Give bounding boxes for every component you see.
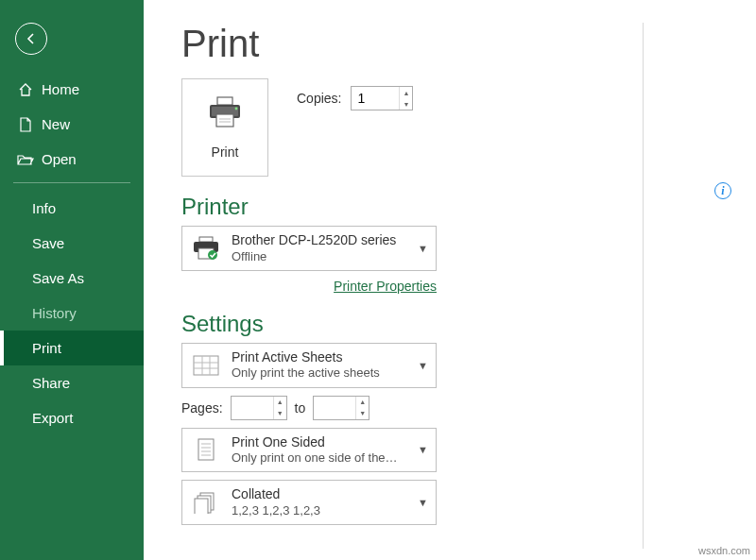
copies-label: Copies: (297, 91, 341, 106)
sidebar-item-save[interactable]: Save (0, 226, 144, 261)
printer-status: Offline (232, 249, 408, 264)
svg-rect-7 (199, 237, 213, 242)
back-button[interactable] (15, 23, 47, 55)
svg-rect-16 (198, 439, 214, 460)
printer-device-icon (190, 236, 222, 261)
print-backstage-panel: Print Print Copies: ▲ ▼ (144, 0, 756, 560)
home-icon (15, 82, 36, 97)
down-icon[interactable]: ▼ (356, 408, 369, 419)
pages-label: Pages: (181, 400, 223, 416)
sides-dropdown[interactable]: Print One Sided Only print on one side o… (181, 428, 437, 473)
printer-heading: Printer (181, 194, 249, 220)
copies-row: Copies: ▲ ▼ (297, 86, 413, 110)
pages-to-input[interactable] (314, 397, 355, 419)
sidebar-divider (13, 182, 130, 183)
sidebar-item-new[interactable]: New (0, 107, 144, 142)
chevron-down-icon: ▼ (418, 360, 428, 371)
collate-title: Collated (232, 486, 408, 503)
print-button-label: Print (212, 144, 239, 160)
one-sided-icon (190, 437, 222, 462)
sidebar-item-home[interactable]: Home (0, 72, 144, 107)
svg-rect-4 (216, 114, 233, 127)
pages-from-stepper[interactable]: ▲▼ (231, 396, 287, 420)
pages-to-stepper[interactable]: ▲▼ (313, 396, 369, 420)
chevron-down-icon: ▼ (418, 497, 428, 508)
printer-name: Brother DCP-L2520D series (232, 232, 408, 249)
print-what-sub: Only print the active sheets (232, 365, 408, 381)
sides-title: Print One Sided (232, 434, 408, 451)
svg-rect-0 (217, 97, 232, 105)
sidebar-item-history[interactable]: History (0, 296, 144, 331)
pages-from-input[interactable] (232, 397, 273, 419)
copies-up-icon[interactable]: ▲ (400, 87, 412, 98)
new-doc-icon (15, 117, 36, 132)
sidebar-label-home: Home (42, 81, 79, 97)
collate-dropdown[interactable]: Collated 1,2,3 1,2,3 1,2,3 ▼ (181, 480, 437, 525)
down-icon[interactable]: ▼ (274, 408, 286, 419)
printer-info-icon[interactable]: i (714, 182, 731, 199)
chevron-down-icon: ▼ (418, 444, 428, 455)
sidebar-item-info[interactable]: Info (0, 191, 144, 226)
chevron-down-icon: ▼ (418, 243, 428, 254)
sidebar-item-open[interactable]: Open (0, 142, 144, 177)
copies-input[interactable] (352, 87, 399, 110)
svg-rect-11 (194, 356, 218, 375)
sidebar-item-export[interactable]: Export (0, 400, 144, 435)
preview-divider (643, 23, 644, 549)
svg-rect-23 (195, 499, 208, 514)
up-icon[interactable]: ▲ (274, 397, 286, 408)
printer-properties-link[interactable]: Printer Properties (181, 279, 437, 294)
collate-sub: 1,2,3 1,2,3 1,2,3 (232, 503, 408, 518)
svg-point-3 (235, 108, 238, 110)
collated-icon (190, 491, 222, 514)
sidebar-label-open: Open (42, 151, 77, 167)
print-what-title: Print Active Sheets (232, 349, 408, 366)
printer-icon (206, 95, 244, 129)
back-arrow-icon (24, 31, 39, 46)
sidebar-item-share[interactable]: Share (0, 365, 144, 400)
pages-to-label: to (295, 400, 306, 416)
sidebar-item-save-as[interactable]: Save As (0, 261, 144, 296)
print-what-dropdown[interactable]: Print Active Sheets Only print the activ… (181, 343, 437, 388)
open-folder-icon (15, 153, 36, 166)
watermark: wsxdn.com (698, 545, 750, 556)
settings-heading: Settings (181, 311, 731, 337)
sidebar-item-print[interactable]: Print (0, 331, 144, 365)
page-title: Print (181, 23, 731, 65)
sheets-icon (190, 355, 222, 376)
sidebar-label-new: New (42, 116, 70, 132)
up-icon[interactable]: ▲ (356, 397, 369, 408)
sides-sub: Only print on one side of the… (232, 450, 408, 466)
printer-dropdown[interactable]: Brother DCP-L2520D series Offline ▼ (181, 226, 437, 271)
copies-stepper[interactable]: ▲ ▼ (351, 86, 413, 110)
backstage-sidebar: Home New Open Info Save Save As History … (0, 0, 144, 560)
svg-point-10 (208, 250, 217, 260)
copies-down-icon[interactable]: ▼ (400, 98, 412, 110)
print-button[interactable]: Print (181, 78, 268, 177)
pages-row: Pages: ▲▼ to ▲▼ (181, 396, 731, 420)
